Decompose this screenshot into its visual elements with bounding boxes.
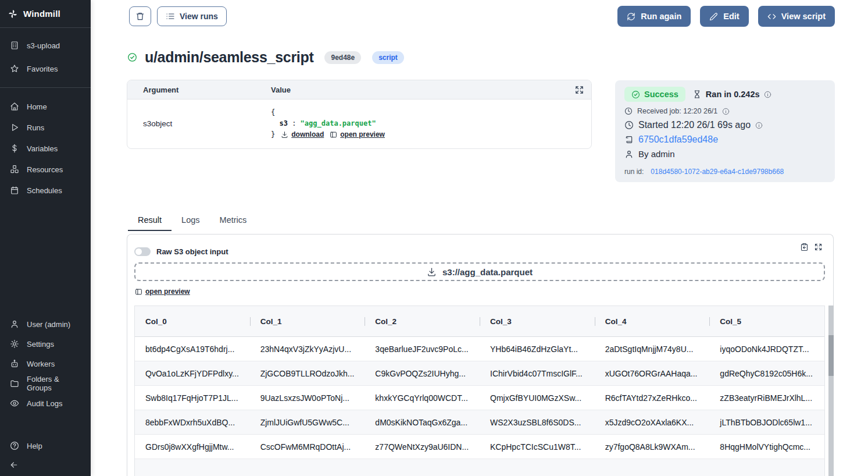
result-data-table: Col_0 Col_1 Col_2 Col_3 Col_4 Col_5 bt6d… (134, 306, 825, 476)
table-cell: 9UazLsxzsJW0oPToNj... (250, 393, 365, 403)
info-icon[interactable] (764, 91, 771, 98)
sidebar-item-resources[interactable]: Resources (0, 159, 91, 180)
download-link[interactable]: download (281, 129, 324, 140)
json-kv-line: s3 : "agg_data.parquet" (271, 118, 385, 129)
eye-icon (10, 399, 19, 408)
table-cell: 23hN4qxV3jZkYyAzjvU... (250, 344, 365, 354)
sidebar-item-label: Help (27, 442, 42, 450)
run-again-button[interactable]: Run again (617, 6, 691, 27)
sidebar-item-runs[interactable]: Runs (0, 117, 91, 138)
sidebar-item-audit-logs[interactable]: Audit Logs (0, 393, 91, 413)
folder-icon (10, 379, 19, 388)
received-line: Received job: 12:20 26/1 (624, 107, 826, 115)
sidebar-item-favorites[interactable]: Favorites (0, 57, 91, 80)
info-icon[interactable] (755, 122, 763, 129)
windmill-run-page: Windmill s3-upload Favorites Home Runs (0, 0, 868, 476)
argument-value-json: { s3 : "agg_data.parquet" } download ope… (271, 107, 385, 140)
run-info-panel: Success Ran in 0.242s Received job: 12:2… (615, 80, 835, 182)
column-header: Col_4 (595, 317, 710, 326)
duration-label: Ran in 0.242s (706, 90, 760, 99)
result-tabs: Result Logs Metrics (128, 212, 256, 231)
sidebar-item-label: s3-upload (27, 41, 60, 50)
windmill-pinwheel-icon (8, 9, 17, 19)
sidebar-item-user[interactable]: User (admin) (0, 314, 91, 334)
table-cell: 8ebbFxWDxrh5uXdBQ... (135, 418, 250, 427)
info-icon[interactable] (722, 108, 730, 115)
user-icon (10, 319, 19, 329)
value-column-header: Value (271, 86, 291, 94)
table-cell: ZjGCOB9TLLROdzoJkh... (250, 369, 365, 378)
scroll-icon (624, 135, 634, 144)
table-cell: gdReQhyC8192c05H6k... (709, 369, 824, 378)
copy-to-clipboard-icon[interactable] (800, 243, 809, 251)
by-line: By admin (624, 149, 826, 159)
view-script-label: View script (781, 12, 826, 21)
table-cell: R6cfTAYtd27xZeRHkco... (595, 393, 710, 403)
page-title: u/admin/seamless_script (145, 49, 313, 66)
status-label: Success (644, 90, 678, 99)
view-script-button[interactable]: View script (758, 6, 835, 27)
panel-preview-icon (135, 288, 142, 296)
open-preview-link[interactable]: open preview (135, 287, 190, 296)
table-cell: ZjmlJUiGwfU5GWw5C... (250, 418, 365, 427)
expand-args-icon[interactable] (574, 85, 584, 95)
collapse-sidebar-button[interactable] (6, 457, 22, 473)
json-brace-open: { (271, 107, 385, 118)
argument-column-header: Argument (127, 86, 271, 94)
view-runs-label: View runs (180, 12, 218, 21)
run-id-label: run id: (624, 168, 644, 176)
sidebar-pinned-group: s3-upload Favorites (0, 34, 91, 80)
tab-logs[interactable]: Logs (172, 212, 209, 231)
trash-icon (135, 12, 145, 21)
sidebar-item-label: User (admin) (27, 320, 70, 329)
table-cell: khxkYGCqYrlq00WCDT... (365, 393, 480, 403)
tab-result[interactable]: Result (128, 212, 172, 231)
raw-s3-toggle-row[interactable]: Raw S3 object input (134, 247, 228, 256)
sidebar-item-label: Resources (27, 165, 63, 174)
status-badge: Success (624, 87, 685, 102)
result-table-header: Col_0 Col_1 Col_2 Col_3 Col_4 Col_5 (135, 306, 824, 337)
started-label: Started 12:20 26/1 69s ago (638, 120, 751, 130)
sidebar-item-label: Variables (27, 144, 58, 153)
sidebar-item-help[interactable]: Help (0, 435, 91, 456)
dollar-icon (10, 144, 19, 153)
table-row: QvOa1oLzKFjYDFPdlxy... ZjGCOB9TLLROdzoJk… (135, 361, 824, 386)
column-header: Col_0 (135, 317, 250, 326)
sidebar-item-workers[interactable]: Workers (0, 354, 91, 374)
duration: Ran in 0.242s (692, 90, 771, 99)
sidebar-account-group: User (admin) Settings Workers Folders & … (0, 314, 91, 413)
toggle-switch[interactable] (134, 247, 151, 256)
sidebar-item-settings[interactable]: Settings (0, 334, 91, 354)
sidebar-item-s3-upload[interactable]: s3-upload (0, 34, 91, 57)
delete-run-button[interactable] (129, 6, 151, 26)
table-scrollbar-thumb[interactable] (828, 335, 834, 376)
hourglass-icon (692, 90, 702, 99)
job-id-line: 6750c1dfa59ed48e (624, 134, 826, 145)
sidebar-item-schedules[interactable]: Schedules (0, 180, 91, 201)
expand-result-icon[interactable] (814, 243, 823, 251)
run-id-link[interactable]: 018d4580-1072-ab29-e6a4-c1de9798b668 (651, 168, 784, 176)
table-row: 8ebbFxWDxrh5uXdBQ... ZjmlJUiGwfU5GWw5C..… (135, 410, 824, 435)
sidebar-item-home[interactable]: Home (0, 96, 91, 117)
sidebar-menu-group: Home Runs Variables Resources Schedules (0, 96, 91, 201)
job-id-link[interactable]: 6750c1dfa59ed48e (638, 134, 718, 145)
table-row: Swb8Iq17FqHjoT7P1JL... 9UazLsxzsJW0oPToN… (135, 386, 824, 410)
column-header: Col_1 (250, 317, 365, 326)
toggle-label: Raw S3 object input (156, 247, 228, 256)
building-icon (10, 41, 19, 50)
view-runs-button[interactable]: View runs (157, 6, 227, 26)
edit-label: Edit (723, 12, 739, 21)
windmill-logo[interactable]: Windmill (0, 0, 91, 27)
sidebar-item-folders-groups[interactable]: Folders & Groups (0, 374, 91, 393)
edit-button[interactable]: Edit (700, 6, 748, 27)
sidebar-item-variables[interactable]: Variables (0, 138, 91, 159)
s3-file-download-box[interactable]: s3://agg_data.parquet (134, 262, 825, 281)
check-circle-icon (631, 90, 640, 99)
table-scrollbar-track[interactable] (828, 306, 834, 476)
table-cell: QmjxGfBYUI0MGzXSw... (480, 393, 595, 403)
json-string-value: "agg_data.parquet" (301, 119, 376, 127)
open-preview-link[interactable]: open preview (330, 129, 385, 140)
sidebar-item-label: Workers (27, 360, 55, 368)
tab-metrics[interactable]: Metrics (210, 212, 257, 231)
sidebar-divider (0, 27, 91, 28)
